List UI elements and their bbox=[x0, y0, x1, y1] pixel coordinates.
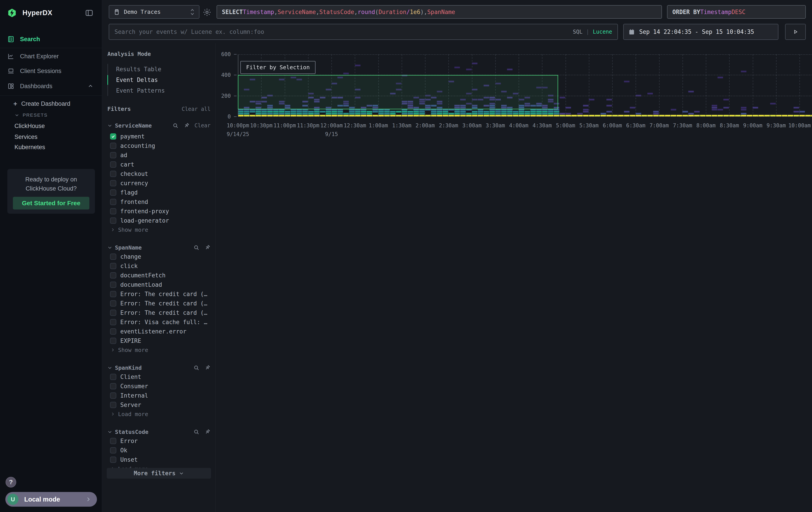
filter-option-consumer[interactable]: Consumer bbox=[107, 381, 210, 391]
filter-option-client[interactable]: Client bbox=[107, 372, 210, 381]
search-input[interactable]: Search your events w/ Lucene ex. column:… bbox=[109, 24, 618, 40]
clear-all-filters-button[interactable]: Clear all bbox=[182, 106, 210, 112]
filter-option-frontend-proxy[interactable]: frontend-proxy bbox=[107, 207, 210, 216]
filter-option-error-the-credit-card-[interactable]: Error: The credit card (… bbox=[107, 308, 210, 318]
show-more-button[interactable]: Show more bbox=[107, 346, 210, 354]
filter-option-error-the-credit-card-[interactable]: Error: The credit card (… bbox=[107, 299, 210, 308]
analysis-mode-results-table[interactable]: Results Table bbox=[108, 64, 210, 75]
date-range-picker[interactable]: Sep 14 22:04:35 - Sep 15 10:04:35 bbox=[623, 24, 778, 40]
chevron-down-icon[interactable] bbox=[107, 245, 112, 250]
chevron-right-icon[interactable] bbox=[111, 412, 115, 416]
show-more-button[interactable]: Show more bbox=[107, 225, 210, 234]
chevron-right-icon[interactable] bbox=[111, 227, 115, 232]
filter-option-currency[interactable]: currency bbox=[107, 179, 210, 188]
chevron-right-icon[interactable] bbox=[111, 348, 115, 352]
checkbox[interactable] bbox=[110, 438, 116, 444]
filter-group-title[interactable]: SpanName bbox=[115, 244, 142, 251]
checkbox[interactable] bbox=[110, 217, 116, 224]
filter-group-title[interactable]: SpanKind bbox=[115, 365, 142, 371]
checkbox[interactable] bbox=[110, 291, 116, 297]
data-source-select[interactable]: Demo Traces bbox=[109, 5, 199, 19]
filter-option-cart[interactable]: cart bbox=[107, 160, 210, 169]
checkbox-checked[interactable] bbox=[110, 133, 116, 140]
checkbox[interactable] bbox=[110, 338, 116, 344]
chevron-down-icon[interactable] bbox=[107, 429, 112, 434]
filter-option-server[interactable]: Server bbox=[107, 400, 210, 410]
checkbox[interactable] bbox=[110, 328, 116, 334]
sidebar-item-search[interactable]: Search bbox=[0, 32, 102, 46]
user-menu[interactable]: U Local mode bbox=[5, 492, 97, 507]
filter-option-checkout[interactable]: checkout bbox=[107, 169, 210, 179]
sidebar-item-services[interactable]: Services bbox=[0, 132, 102, 142]
filter-option-frontend[interactable]: frontend bbox=[107, 197, 210, 207]
checkbox[interactable] bbox=[110, 263, 116, 269]
chevron-down-icon[interactable] bbox=[107, 123, 112, 128]
gear-icon[interactable] bbox=[203, 8, 211, 17]
pin-icon[interactable] bbox=[204, 429, 210, 435]
sidebar-collapse-icon[interactable] bbox=[85, 8, 94, 17]
filter-option-documentfetch[interactable]: documentFetch bbox=[107, 271, 210, 280]
checkbox[interactable] bbox=[110, 393, 116, 399]
sidebar-item-clickhouse[interactable]: ClickHouse bbox=[0, 120, 102, 131]
sql-select-editor[interactable]: SELECT Timestamp, ServiceName, StatusCod… bbox=[216, 5, 662, 19]
create-dashboard-button[interactable]: + Create Dashboard bbox=[0, 98, 102, 110]
filter-option-flagd[interactable]: flagd bbox=[107, 188, 210, 197]
filter-clear-button[interactable]: Clear bbox=[195, 123, 210, 129]
filter-option-ok[interactable]: Ok bbox=[107, 446, 210, 455]
checkbox[interactable] bbox=[110, 189, 116, 196]
pin-icon[interactable] bbox=[183, 123, 190, 129]
sidebar-item-chart-explorer[interactable]: Chart Explorer bbox=[0, 49, 102, 63]
checkbox[interactable] bbox=[110, 180, 116, 186]
search-icon[interactable] bbox=[193, 365, 199, 371]
search-icon[interactable] bbox=[193, 429, 199, 435]
analysis-mode-event-deltas[interactable]: Event Deltas bbox=[108, 75, 210, 85]
filter-option-accounting[interactable]: accounting bbox=[107, 141, 210, 151]
chevron-down-icon[interactable] bbox=[107, 365, 112, 370]
sidebar-item-dashboards[interactable]: Dashboards bbox=[0, 79, 102, 93]
sidebar-item-kubernetes[interactable]: Kubernetes bbox=[0, 142, 102, 153]
checkbox[interactable] bbox=[110, 253, 116, 260]
filter-option-expire[interactable]: EXPIRE bbox=[107, 336, 210, 346]
filter-option-internal[interactable]: Internal bbox=[107, 391, 210, 400]
run-query-button[interactable] bbox=[785, 24, 806, 40]
filter-option-unset[interactable]: Unset bbox=[107, 455, 210, 464]
sidebar-item-client-sessions[interactable]: Client Sessions bbox=[0, 64, 102, 78]
pin-icon[interactable] bbox=[204, 244, 210, 251]
filter-group-title[interactable]: ServiceName bbox=[115, 123, 152, 129]
load-more-button[interactable]: Load more bbox=[107, 410, 210, 419]
filter-option-documentload[interactable]: documentLoad bbox=[107, 280, 210, 289]
filter-option-click[interactable]: click bbox=[107, 261, 210, 271]
filter-group-title[interactable]: StatusCode bbox=[115, 429, 148, 435]
checkbox[interactable] bbox=[110, 152, 116, 158]
chart-selection-region[interactable] bbox=[238, 75, 558, 109]
checkbox[interactable] bbox=[110, 309, 116, 316]
checkbox[interactable] bbox=[110, 300, 116, 306]
chevron-up-icon[interactable] bbox=[88, 83, 93, 89]
search-icon[interactable] bbox=[193, 244, 199, 251]
filter-option-payment[interactable]: payment bbox=[107, 132, 210, 141]
lucene-mode-button[interactable]: Lucene bbox=[593, 29, 612, 35]
filter-option-ad[interactable]: ad bbox=[107, 151, 210, 160]
filter-option-eventlistener-error[interactable]: eventListener.error bbox=[107, 327, 210, 336]
checkbox[interactable] bbox=[110, 208, 116, 214]
checkbox[interactable] bbox=[110, 281, 116, 288]
order-by-editor[interactable]: ORDER BY Timestamp DESC bbox=[667, 5, 806, 19]
filter-by-selection-button[interactable]: Filter by Selection bbox=[240, 61, 316, 74]
filter-option-change[interactable]: change bbox=[107, 252, 210, 261]
help-button[interactable]: ? bbox=[5, 477, 16, 487]
filter-option-error-the-credit-card-[interactable]: Error: The credit card (… bbox=[107, 289, 210, 299]
checkbox[interactable] bbox=[110, 447, 116, 454]
checkbox[interactable] bbox=[110, 457, 116, 463]
sql-mode-button[interactable]: SQL bbox=[573, 29, 582, 35]
checkbox[interactable] bbox=[110, 383, 116, 389]
presets-toggle[interactable]: PRESETS bbox=[0, 110, 102, 120]
checkbox[interactable] bbox=[110, 199, 116, 205]
filter-option-load-generator[interactable]: load-generator bbox=[107, 216, 210, 225]
checkbox[interactable] bbox=[110, 272, 116, 278]
checkbox[interactable] bbox=[110, 161, 116, 168]
filter-option-error[interactable]: Error bbox=[107, 436, 210, 446]
checkbox[interactable] bbox=[110, 171, 116, 177]
checkbox[interactable] bbox=[110, 143, 116, 149]
filter-option-error-visa-cache-full-[interactable]: Error: Visa cache full: … bbox=[107, 318, 210, 327]
get-started-button[interactable]: Get Started for Free bbox=[13, 197, 89, 210]
